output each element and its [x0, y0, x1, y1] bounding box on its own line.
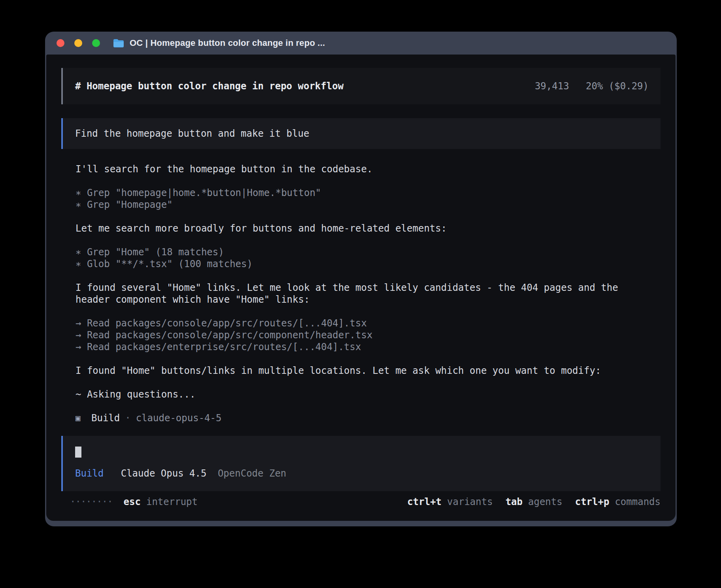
traffic-lights — [57, 39, 110, 47]
shortcut-key: ctrl+p — [575, 496, 610, 507]
text-line: I found "Home" buttons/links in multiple… — [75, 365, 661, 377]
folder-icon — [113, 39, 124, 47]
prompt-input[interactable]: Build Claude Opus 4.5 OpenCode Zen — [61, 436, 661, 491]
text-line: ~ Asking questions... — [75, 388, 661, 400]
conversation-log: I'll search for the homepage button in t… — [61, 163, 661, 400]
tool-call-group: ∗ Grep "homepage|home.*button|Home.*butt… — [61, 187, 661, 211]
tool-call-line: ∗ Grep "Home" (18 matches) — [75, 246, 661, 258]
window-titlebar[interactable]: OC | Homepage button color change in rep… — [46, 32, 676, 55]
shortcut-key: ctrl+t — [407, 496, 442, 507]
shortcut-label: commands — [615, 496, 661, 507]
assistant-text: Let me search more broadly for buttons a… — [61, 222, 661, 234]
agent-status-line: ▣ Build · claude-opus-4-5 — [61, 412, 661, 424]
close-window-button[interactable] — [57, 39, 64, 47]
text-line: Let me search more broadly for buttons a… — [75, 222, 661, 234]
terminal-content: # Homepage button color change in repo w… — [46, 55, 676, 521]
session-header: # Homepage button color change in repo w… — [61, 68, 661, 104]
user-message: Find the homepage button and make it blu… — [61, 118, 661, 149]
user-message-text: Find the homepage button and make it blu… — [75, 128, 309, 139]
text-line: I found several "Home" links. Let me loo… — [75, 282, 661, 294]
tool-call-line: ∗ Grep "Homepage" — [75, 199, 661, 211]
tool-call-line: → Read packages/console/app/src/routes/[… — [75, 317, 661, 329]
tool-call-line: → Read packages/console/app/src/componen… — [75, 329, 661, 341]
input-agent-badge[interactable]: Build — [75, 468, 104, 479]
spinner: ········ — [70, 496, 113, 508]
shortcut-variants: ctrl+tvariants — [407, 496, 493, 508]
agent-name: Build — [91, 412, 120, 424]
terminal-window: OC | Homepage button color change in rep… — [45, 32, 677, 526]
tool-call-line: → Read packages/enterprise/src/routes/[.… — [75, 341, 661, 353]
input-model-label: Claude Opus 4.5 — [121, 468, 207, 479]
text-line: header component which have "Home" links… — [75, 294, 661, 305]
esc-key: esc — [124, 496, 141, 508]
shortcut-key: tab — [506, 496, 523, 507]
tool-call-group: → Read packages/console/app/src/routes/[… — [61, 317, 661, 353]
zoom-window-button[interactable] — [92, 39, 100, 47]
status-separator: · — [125, 412, 130, 424]
context-usage: 20% ($0.29) — [586, 81, 649, 92]
esc-label: interrupt — [146, 496, 198, 508]
shortcut-agents: tabagents — [506, 496, 562, 508]
shortcut-commands: ctrl+pcommands — [575, 496, 661, 508]
token-count: 39,413 — [535, 81, 569, 92]
shortcut-label: agents — [528, 496, 562, 507]
agent-icon: ▣ — [75, 412, 85, 424]
assistant-text: I found several "Home" links. Let me loo… — [61, 282, 661, 305]
input-line[interactable] — [75, 446, 661, 458]
tool-call-line: ∗ Glob "**/*.tsx" (100 matches) — [75, 258, 661, 270]
tool-call-line: ∗ Grep "homepage|home.*button|Home.*butt… — [75, 187, 661, 199]
shortcut-label: variants — [447, 496, 493, 507]
assistant-text: I found "Home" buttons/links in multiple… — [61, 365, 661, 377]
input-provider-label: OpenCode Zen — [218, 468, 286, 479]
session-title: # Homepage button color change in repo w… — [75, 80, 344, 92]
tool-call-group: ∗ Grep "Home" (18 matches)∗ Glob "**/*.t… — [61, 246, 661, 270]
assistant-text: ~ Asking questions... — [61, 388, 661, 400]
status-bar: ········ esc interrupt ctrl+tvariantstab… — [61, 496, 661, 508]
text-line: I'll search for the homepage button in t… — [75, 163, 661, 175]
model-name: claude-opus-4-5 — [136, 412, 222, 424]
text-cursor — [75, 447, 81, 458]
assistant-text: I'll search for the homepage button in t… — [61, 163, 661, 175]
window-title: OC | Homepage button color change in rep… — [130, 38, 325, 48]
input-meta: Build Claude Opus 4.5 OpenCode Zen — [75, 467, 661, 479]
shortcut-hints: ctrl+tvariantstabagentsctrl+pcommands — [394, 496, 661, 508]
minimize-window-button[interactable] — [74, 39, 82, 47]
session-stats: 39,413 20% ($0.29) — [535, 80, 649, 92]
